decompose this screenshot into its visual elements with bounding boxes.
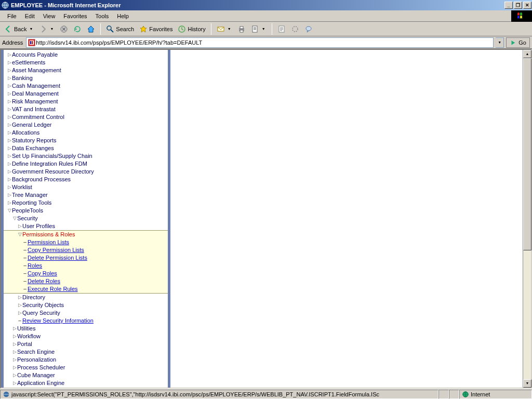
nav-item[interactable]: ▷Deal Management [7, 90, 168, 98]
nav-label[interactable]: Copy Permission Lists [28, 246, 84, 254]
nav-label[interactable]: eSettlements [12, 59, 45, 66]
nav-item[interactable]: ▷Tree Manager [7, 191, 168, 199]
nav-item[interactable]: –Delete Permission Lists [7, 254, 168, 262]
nav-item[interactable]: ▷Accounts Payable [7, 51, 168, 59]
nav-item[interactable]: ▷Government Resource Directory [7, 168, 168, 176]
related-button[interactable] [289, 24, 301, 34]
nav-item[interactable]: ▷Asset Management [7, 66, 168, 74]
nav-item[interactable]: ▽Security [7, 215, 168, 222]
nav-item[interactable]: ▷Banking [7, 74, 168, 82]
nav-item[interactable]: ▽Permissions & Roles [7, 231, 168, 238]
menu-help[interactable]: Help [113, 12, 133, 20]
scroll-up-button[interactable]: ▲ [523, 50, 531, 58]
nav-label[interactable]: Background Processes [12, 176, 71, 183]
nav-item[interactable]: –Copy Roles [7, 270, 168, 277]
nav-item[interactable]: ▷Allocations [7, 129, 168, 137]
nav-item[interactable]: ▽PeopleTools [7, 207, 168, 215]
nav-label[interactable]: Execute Role Rules [28, 285, 78, 293]
nav-label[interactable]: Security [17, 215, 38, 222]
nav-label[interactable]: Search Engine [17, 348, 55, 356]
nav-item[interactable]: ▷Portal [7, 340, 168, 348]
back-button[interactable]: Back ▼ [2, 24, 36, 34]
nav-label[interactable]: VAT and Intrastat [12, 105, 56, 113]
nav-label[interactable]: Tree Manager [12, 191, 48, 199]
nav-label[interactable]: Workflow [17, 332, 41, 340]
minimize-button[interactable]: _ [504, 2, 513, 9]
nav-label[interactable]: Copy Roles [28, 270, 57, 277]
nav-label[interactable]: Portal [17, 340, 32, 348]
discuss-button[interactable] [275, 24, 288, 34]
scroll-thumb[interactable] [523, 58, 531, 250]
nav-item[interactable]: ▷Query Security [7, 309, 168, 317]
nav-label[interactable]: Query Security [22, 309, 60, 317]
nav-label[interactable]: Banking [12, 74, 33, 82]
nav-label[interactable]: Review Security Information [22, 317, 94, 325]
menu-favorites[interactable]: Favorites [59, 12, 91, 20]
nav-label[interactable]: Commitment Control [12, 113, 64, 121]
nav-label[interactable]: Worklist [12, 183, 32, 191]
nav-label[interactable]: Cash Management [12, 82, 60, 90]
nav-label[interactable]: Delete Permission Lists [28, 254, 87, 262]
nav-label[interactable]: General Ledger [12, 121, 51, 129]
menu-edit[interactable]: Edit [21, 12, 39, 20]
nav-item[interactable]: –Execute Role Rules [7, 285, 168, 293]
nav-label[interactable]: Statutory Reports [12, 137, 57, 144]
nav-label[interactable]: Security Objects [22, 301, 64, 309]
nav-label[interactable]: Risk Management [12, 98, 58, 105]
nav-item[interactable]: ▷Personalization [7, 356, 168, 364]
nav-label[interactable]: Deal Management [12, 90, 59, 98]
nav-label[interactable]: Directory [22, 294, 45, 301]
nav-item[interactable]: –Permission Lists [7, 238, 168, 246]
home-button[interactable] [85, 24, 97, 34]
nav-item[interactable]: ▷Background Processes [7, 176, 168, 183]
mail-button[interactable]: ▼ [215, 24, 234, 34]
nav-label[interactable]: Permission Lists [28, 238, 69, 246]
nav-label[interactable]: Asset Management [12, 66, 61, 74]
nav-label[interactable]: Utilities [17, 325, 35, 332]
nav-label[interactable]: Define Integration Rules FDM [12, 160, 87, 168]
nav-item[interactable]: ▷Reporting Tools [7, 199, 168, 207]
address-dropdown[interactable]: ▼ [496, 37, 504, 48]
refresh-button[interactable] [71, 24, 84, 34]
nav-item[interactable]: –Copy Permission Lists [7, 246, 168, 254]
nav-label[interactable]: Data Exchanges [12, 144, 54, 152]
scroll-down-button[interactable]: ▼ [523, 379, 531, 388]
nav-label[interactable]: Allocations [12, 129, 39, 137]
vertical-scrollbar[interactable]: ▲ ▼ [523, 50, 531, 388]
edit-button[interactable]: ▼ [249, 24, 269, 34]
forward-button[interactable]: ▼ [37, 24, 57, 34]
nav-item[interactable]: ▷Data Exchanges [7, 144, 168, 152]
nav-item[interactable]: ▷Risk Management [7, 98, 168, 105]
nav-label[interactable]: Accounts Payable [12, 51, 58, 59]
print-button[interactable] [235, 24, 248, 34]
nav-item[interactable]: –Review Security Information [7, 317, 168, 325]
nav-item[interactable]: ▷Application Engine [7, 379, 168, 387]
nav-label[interactable]: PeopleTools [12, 207, 43, 215]
nav-item[interactable]: ▷Commitment Control [7, 113, 168, 121]
nav-item[interactable]: ▷User Profiles [7, 222, 168, 230]
stop-button[interactable] [58, 24, 70, 34]
menu-file[interactable]: File [3, 12, 21, 20]
menu-view[interactable]: View [39, 12, 60, 20]
nav-label[interactable]: Personalization [17, 356, 56, 364]
close-button[interactable]: ✕ [523, 2, 531, 9]
nav-label[interactable]: Delete Roles [28, 277, 60, 285]
nav-item[interactable]: ▷Cash Management [7, 82, 168, 90]
address-input[interactable] [36, 39, 492, 46]
nav-item[interactable]: –Roles [7, 262, 168, 270]
history-button[interactable]: History [176, 24, 207, 34]
nav-item[interactable]: ▷Process Scheduler [7, 364, 168, 371]
nav-label[interactable]: Process Scheduler [17, 364, 65, 371]
nav-item[interactable]: ▷General Ledger [7, 121, 168, 129]
nav-label[interactable]: Reporting Tools [12, 199, 51, 207]
nav-item[interactable]: ▷eSettlements [7, 59, 168, 66]
menu-tools[interactable]: Tools [91, 12, 113, 20]
nav-item[interactable]: ▷Cube Manager [7, 371, 168, 379]
nav-item[interactable]: ▷Utilities [7, 325, 168, 332]
maximize-button[interactable]: ❐ [514, 2, 522, 9]
nav-label[interactable]: Set Up Financials/Supply Chain [12, 152, 92, 160]
nav-label[interactable]: Cube Manager [17, 371, 55, 379]
nav-label[interactable]: Roles [28, 262, 42, 270]
go-button[interactable]: Go [506, 37, 530, 48]
nav-item[interactable]: ▷Statutory Reports [7, 137, 168, 144]
